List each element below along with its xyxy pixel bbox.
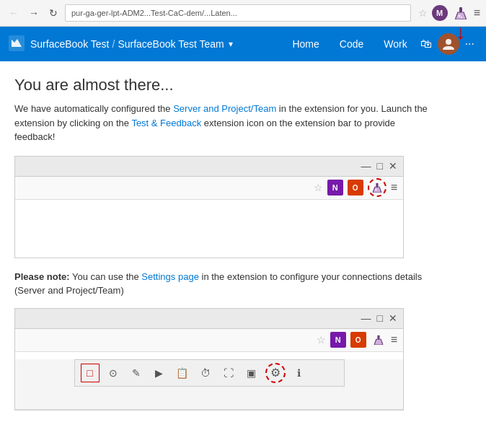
crop-button[interactable]: ⛶ — [219, 364, 238, 382]
mockup1-addressbar: ☆ N O ≡ — [15, 177, 403, 200]
breadcrumb: SurfaceBook Test / SurfaceBook Test Team… — [30, 38, 233, 50]
svg-point-2 — [461, 17, 462, 18]
svg-rect-0 — [459, 7, 462, 12]
mockup2-content-area: □ ⊙ ✎ ▶ 📋 ⏱ — [15, 359, 403, 410]
screen-button[interactable]: ▣ — [242, 364, 261, 382]
flask-svg — [454, 6, 467, 19]
mockup2-star-icon: ☆ — [317, 334, 326, 346]
back-button[interactable]: ← — [6, 6, 22, 20]
mockup1-flask-highlighted-icon — [368, 178, 386, 197]
address-bar[interactable]: pur-ga-ger-lpt-ADM2...Test-CaC-dem/...La… — [65, 4, 411, 22]
nav-work[interactable]: Work — [374, 27, 417, 61]
m-avatar: M — [432, 5, 448, 21]
address-text: pur-ga-ger-lpt-ADM2...Test-CaC-dem/...La… — [71, 9, 237, 17]
info-button[interactable]: ℹ — [290, 364, 309, 382]
star-icon[interactable]: ☆ — [418, 7, 428, 19]
clip-icon: 📋 — [176, 367, 188, 379]
desc-highlight-1: Server and Project/Team — [173, 103, 276, 114]
timer-button[interactable]: ⏱ — [196, 364, 215, 382]
browser-menu-icon[interactable]: ≡ — [474, 6, 480, 19]
forward-button[interactable]: → — [26, 6, 42, 20]
mockup1-titlebar: — □ ✕ — [15, 157, 403, 177]
notifications-icon[interactable]: 🛍 — [417, 35, 435, 53]
browser-titlebar: ← → ↻ pur-ga-ger-lpt-ADM2...Test-CaC-dem… — [0, 0, 486, 26]
sketch-icon: □ — [87, 367, 92, 379]
mockup2-office-icon: O — [350, 332, 366, 348]
flask-small-svg — [372, 183, 382, 193]
mockup1-star-icon: ☆ — [314, 182, 323, 193]
screenshot-button[interactable]: ⊙ — [104, 364, 123, 382]
breadcrumb-separator: / — [112, 38, 115, 50]
clip-button[interactable]: 📋 — [173, 364, 192, 382]
mockup1-office-icon: O — [348, 180, 363, 196]
svg-point-1 — [458, 15, 460, 17]
navbar-wrapper: SurfaceBook Test / SurfaceBook Test Team… — [0, 27, 486, 61]
note-text: Please note: You can use the Settings pa… — [14, 270, 433, 298]
mockup1-onenote-icon: N — [327, 180, 343, 196]
timer-icon: ⏱ — [200, 367, 211, 379]
mockup2-onenote-icon: N — [330, 332, 346, 348]
note-bold-label: Please note: — [14, 271, 70, 282]
page-description: We have automatically configured the Ser… — [14, 102, 433, 144]
page-content: You are almost there... We have automati… — [0, 61, 486, 434]
note-settings-link[interactable]: Settings page — [141, 271, 199, 282]
note-icon: ✎ — [132, 367, 141, 379]
team-name: SurfaceBook Test Team — [118, 38, 224, 50]
mockup2-flask-icon — [371, 332, 386, 348]
desc-highlight-2: Test & Feedback — [131, 118, 201, 128]
nav-home[interactable]: Home — [282, 27, 329, 61]
mockup1-maximize: □ — [377, 160, 383, 172]
svg-rect-7 — [377, 335, 379, 339]
vsts-navbar: SurfaceBook Test / SurfaceBook Test Team… — [0, 27, 486, 61]
browser-mockup-2: — □ ✕ ☆ N O ≡ — [14, 308, 404, 410]
feedback-toolbar: □ ⊙ ✎ ▶ 📋 ⏱ — [74, 359, 345, 387]
svg-point-6 — [375, 189, 376, 190]
screen-icon: ▣ — [247, 367, 256, 379]
mockup2-addressbar: ☆ N O ≡ — [15, 329, 403, 352]
refresh-button[interactable]: ↻ — [46, 6, 61, 20]
desc-text-1: We have automatically configured the — [14, 103, 173, 114]
crop-icon: ⛶ — [224, 367, 234, 379]
nav-icons: 🛍 ··· — [417, 33, 477, 55]
vs-logo-svg — [9, 35, 25, 51]
nav-code[interactable]: Code — [330, 27, 374, 61]
svg-point-4 — [446, 39, 451, 45]
mockup1-content-area — [15, 200, 403, 258]
vs-logo — [9, 35, 25, 53]
mockup1-minimize: — — [361, 160, 371, 172]
org-name: SurfaceBook Test — [30, 38, 109, 50]
mockup2-titlebar: — □ ✕ — [15, 309, 403, 329]
svg-rect-5 — [376, 183, 378, 187]
breadcrumb-dropdown-icon[interactable]: ▾ — [229, 39, 233, 49]
mockup2-menu-icon: ≡ — [391, 333, 397, 346]
avatar-person-icon — [441, 37, 456, 51]
mockup2-close: ✕ — [389, 312, 397, 324]
settings-button[interactable]: ⚙ — [265, 363, 286, 383]
mockup1-close: ✕ — [389, 160, 397, 172]
page-title: You are almost there... — [14, 76, 472, 95]
flask-extension-icon[interactable] — [452, 4, 469, 22]
camera-icon: ⊙ — [109, 367, 118, 379]
red-arrow-indicator: ↓ — [456, 22, 466, 43]
info-icon: ℹ — [297, 367, 301, 379]
browser-mockup-1: — □ ✕ ☆ N O ≡ — [14, 156, 404, 258]
mockup1-menu-icon: ≡ — [391, 181, 397, 194]
mockup2-minimize: — — [361, 312, 371, 324]
note-text-1: You can use the — [70, 271, 142, 282]
video-icon: ▶ — [155, 367, 163, 379]
video-button[interactable]: ▶ — [150, 364, 169, 382]
flask-small-2-svg — [374, 335, 384, 345]
nav-items: Home Code Work — [282, 27, 417, 61]
note-button[interactable]: ✎ — [127, 364, 146, 382]
gear-icon: ⚙ — [270, 366, 280, 379]
bug-tool-button[interactable]: □ — [81, 364, 100, 382]
mockup2-maximize: □ — [377, 312, 383, 324]
